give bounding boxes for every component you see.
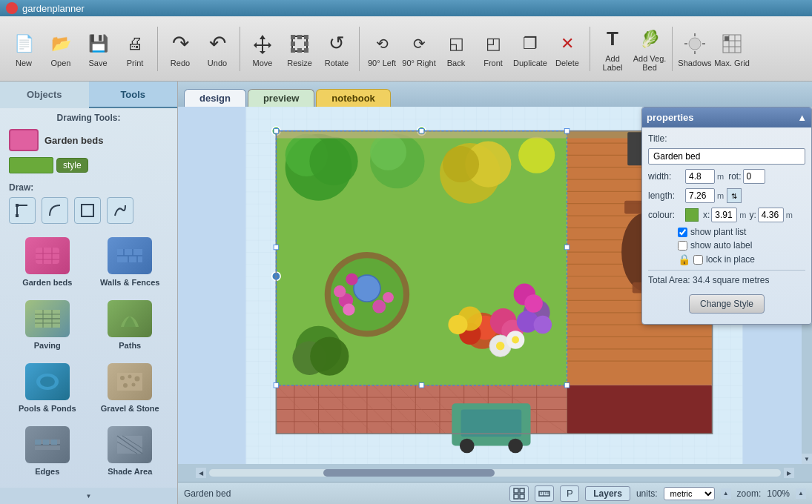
pin-icon-btn[interactable]: P (560, 485, 579, 502)
rot-input[interactable] (743, 169, 765, 184)
tab-tools[interactable]: Tools (89, 82, 178, 108)
new-label: New (16, 59, 32, 67)
redo-button[interactable]: ↷ Redo (162, 22, 198, 76)
rotate-right-button[interactable]: ⟳ 90° Right (401, 22, 437, 76)
new-button[interactable]: 📄 New (6, 22, 42, 76)
draw-freehand-tool[interactable] (107, 197, 133, 224)
save-button[interactable]: 💾 Save (80, 22, 116, 76)
sidebar-item-shade-area[interactable]: Shade Area (92, 423, 169, 480)
front-button[interactable]: ◰ Front (475, 22, 511, 76)
add-label-icon: T (601, 26, 624, 53)
duplicate-icon: ❐ (518, 30, 542, 57)
rotate-right-label: 90° Right (402, 59, 435, 67)
svg-rect-171 (564, 383, 570, 388)
draw-curve-tool[interactable] (42, 197, 68, 224)
tab-objects[interactable]: Objects (0, 82, 89, 108)
colour-swatch[interactable] (685, 208, 699, 222)
units-select[interactable]: metric imperial (664, 487, 715, 500)
change-style-button[interactable]: Change Style (689, 294, 765, 314)
rotate-left-button[interactable]: ⟲ 90° Left (364, 22, 400, 76)
style-button[interactable]: style (56, 158, 88, 173)
sidebar-item-gravel-stone[interactable]: Gravel & Stone (92, 360, 169, 417)
draw-rect-tool[interactable] (74, 197, 101, 224)
length-input[interactable] (685, 188, 715, 203)
svg-rect-23 (82, 205, 93, 216)
panel-scroll-down[interactable]: ▼ (84, 491, 94, 501)
titlebar: gardenplanner (0, 0, 812, 16)
show-plant-list-row: show plant list (648, 227, 805, 237)
show-auto-label-checkbox[interactable] (678, 241, 687, 251)
rotate-button[interactable]: ↺ Rotate (319, 22, 354, 76)
lock-in-place-checkbox[interactable] (693, 255, 703, 265)
sep4 (590, 27, 590, 71)
swap-dimensions-button[interactable]: ⇅ (727, 188, 742, 203)
y-input[interactable] (758, 208, 784, 222)
svg-point-126 (534, 316, 552, 334)
y-label: y: (750, 210, 756, 220)
draw-corner-tool[interactable] (9, 197, 36, 224)
shadows-button[interactable]: Shadows (677, 22, 713, 76)
zoom-up-arrow[interactable]: ▲ (796, 488, 806, 499)
ruler-icon-btn[interactable] (535, 485, 554, 502)
show-plant-list-checkbox[interactable] (678, 228, 687, 237)
svg-point-128 (524, 294, 543, 313)
sidebar-item-walls-fences[interactable]: Walls & Fences (92, 234, 169, 291)
add-veg-button[interactable]: 🥬 Add Veg. Bed (632, 22, 667, 76)
h-scroll-track[interactable] (209, 469, 781, 477)
svg-rect-98 (624, 201, 643, 214)
h-scroll-left-arrow[interactable]: ◀ (196, 468, 206, 478)
gravel-stone-obj-label: Gravel & Stone (101, 403, 159, 414)
move-button[interactable]: Move (245, 22, 280, 76)
x-label: x: (703, 210, 710, 220)
resize-button[interactable]: Resize (282, 22, 317, 76)
svg-rect-168 (564, 245, 570, 250)
properties-collapse-icon[interactable]: ▲ (797, 112, 807, 123)
max-grid-button[interactable]: Max. Grid (714, 22, 750, 76)
width-input[interactable] (685, 169, 715, 184)
max-grid-icon (720, 30, 744, 57)
print-label: Print (127, 59, 144, 67)
x-input[interactable] (711, 208, 737, 222)
svg-rect-24 (36, 248, 59, 264)
v-scroll-down-arrow[interactable]: ▼ (802, 454, 812, 464)
delete-button[interactable]: ✕ Delete (549, 22, 585, 76)
layers-button[interactable]: Layers (585, 486, 630, 501)
svg-rect-166 (564, 128, 570, 133)
add-veg-icon: 🥬 (638, 26, 661, 53)
undo-icon: ↶ (205, 30, 229, 57)
svg-point-160 (508, 439, 523, 454)
walls-fences-icon (108, 237, 152, 274)
move-icon (251, 30, 274, 57)
sidebar-item-garden-beds[interactable]: Garden beds (9, 234, 86, 291)
svg-rect-169 (274, 383, 279, 388)
main-layout: Objects Tools Drawing Tools: Garden beds… (0, 82, 812, 504)
svg-rect-165 (419, 128, 424, 133)
shade-area-obj-label: Shade Area (108, 466, 152, 477)
undo-button[interactable]: ↶ Undo (199, 22, 235, 76)
back-icon: ◱ (444, 30, 468, 57)
h-scroll-right-arrow[interactable]: ▶ (784, 468, 794, 478)
gravel-stone-icon (108, 363, 152, 400)
svg-point-10 (689, 38, 701, 50)
tab-notebook[interactable]: notebook (316, 89, 391, 107)
title-input[interactable] (648, 148, 805, 165)
sep5 (672, 27, 673, 71)
grid-icon-btn[interactable] (509, 485, 529, 502)
right-area: design preview notebook (178, 82, 812, 504)
open-button[interactable]: 📂 Open (43, 22, 79, 76)
print-button[interactable]: 🖨 Print (117, 22, 153, 76)
paving-obj-label: Paving (34, 340, 61, 351)
duplicate-button[interactable]: ❐ Duplicate (512, 22, 548, 76)
save-label: Save (88, 59, 107, 67)
tab-preview[interactable]: preview (248, 89, 314, 107)
sidebar-item-edges[interactable]: Edges (9, 423, 86, 480)
sidebar-item-paving[interactable]: Paving (9, 297, 86, 354)
sidebar-item-paths[interactable]: Paths (92, 297, 169, 354)
h-scroll-thumb[interactable] (323, 469, 495, 477)
back-button[interactable]: ◱ Back (438, 22, 474, 76)
canvas-container[interactable]: properties ▲ Title: width: m rot: (178, 107, 812, 482)
add-label-button[interactable]: T Add Label (595, 22, 630, 76)
sidebar-item-pools-ponds[interactable]: Pools & Ponds (9, 360, 86, 417)
units-up-arrow[interactable]: ▲ (721, 488, 731, 499)
tab-design[interactable]: design (184, 89, 246, 107)
